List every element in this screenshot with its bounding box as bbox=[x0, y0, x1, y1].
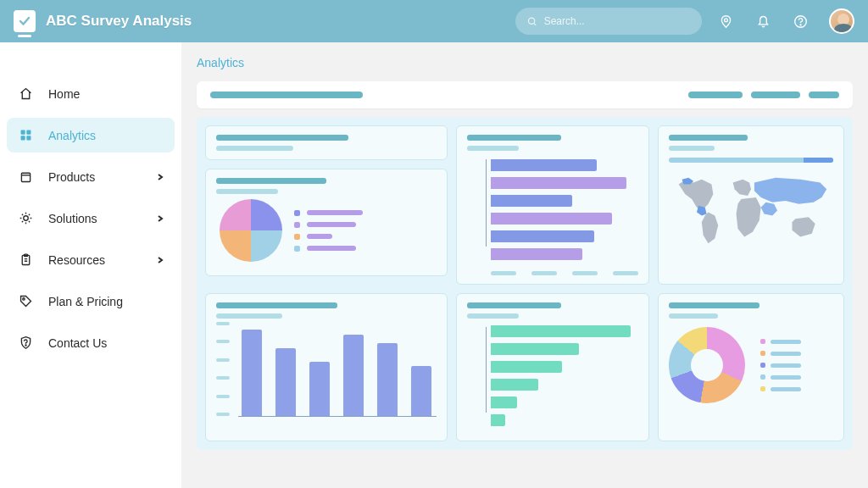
card-title-placeholder bbox=[669, 135, 748, 141]
sidebar-item-resources[interactable]: Resources bbox=[7, 242, 175, 277]
tab-leading-placeholder bbox=[210, 92, 363, 98]
legend-item bbox=[294, 222, 433, 228]
tab-pill[interactable] bbox=[809, 92, 839, 98]
avatar[interactable] bbox=[829, 8, 854, 34]
home-icon bbox=[19, 86, 33, 101]
svg-rect-7 bbox=[26, 136, 31, 140]
card-ghbar bbox=[456, 293, 649, 441]
svg-point-3 bbox=[799, 24, 800, 25]
sidebar-item-analytics[interactable]: Analytics bbox=[7, 118, 175, 152]
hbar-chart bbox=[467, 151, 638, 260]
map-progress-bar bbox=[669, 158, 833, 163]
tag-icon bbox=[19, 294, 33, 308]
card-subtitle-placeholder bbox=[216, 146, 293, 151]
legend-item bbox=[760, 363, 801, 368]
chevron-right-icon bbox=[156, 212, 164, 225]
svg-rect-4 bbox=[21, 130, 25, 135]
search-icon bbox=[527, 16, 537, 27]
svg-point-0 bbox=[528, 18, 534, 24]
grid-icon bbox=[19, 128, 33, 142]
legend-item bbox=[760, 351, 801, 356]
search-box[interactable] bbox=[515, 8, 702, 35]
sidebar-item-home[interactable]: Home bbox=[7, 76, 175, 111]
sidebar-item-plan-pricing[interactable]: Plan & Pricing bbox=[7, 284, 175, 319]
legend-item bbox=[760, 374, 801, 380]
card-donut bbox=[658, 293, 844, 441]
sidebar-item-label: Home bbox=[48, 87, 80, 101]
sidebar: Home Analytics Products Solutions Resour… bbox=[0, 42, 181, 488]
vbar-yaxis-ticks bbox=[216, 322, 230, 416]
app-title: ABC Survey Analysis bbox=[46, 13, 192, 30]
card-title-placeholder bbox=[216, 302, 337, 308]
clipboard-icon bbox=[19, 252, 33, 267]
svg-rect-8 bbox=[21, 173, 30, 181]
legend-item bbox=[294, 246, 433, 252]
card-pie bbox=[205, 169, 448, 276]
sidebar-item-solutions[interactable]: Solutions bbox=[7, 201, 175, 236]
donut-chart bbox=[669, 327, 745, 403]
card-title-placeholder bbox=[216, 178, 326, 184]
pie-chart bbox=[220, 199, 282, 262]
svg-rect-6 bbox=[21, 136, 25, 140]
card-stack bbox=[205, 125, 448, 285]
card-summary bbox=[205, 125, 448, 160]
sidebar-item-label: Products bbox=[48, 170, 95, 184]
box-icon bbox=[19, 169, 33, 184]
card-title-placeholder bbox=[467, 302, 561, 308]
sidebar-item-label: Resources bbox=[48, 253, 105, 267]
svg-rect-5 bbox=[26, 130, 31, 135]
card-hbar bbox=[456, 125, 649, 285]
app-logo-icon bbox=[14, 10, 36, 32]
search-input[interactable] bbox=[544, 15, 690, 27]
donut-legend bbox=[760, 339, 801, 391]
tab-pill[interactable] bbox=[688, 92, 743, 98]
sidebar-item-contact[interactable]: Contact Us bbox=[7, 325, 175, 360]
legend-item bbox=[760, 339, 801, 344]
pie-legend bbox=[294, 210, 433, 252]
dashboard-grid bbox=[197, 117, 853, 450]
card-map bbox=[658, 125, 844, 285]
hbar-xaxis-ticks bbox=[467, 266, 638, 275]
sidebar-item-label: Plan & Pricing bbox=[48, 295, 123, 308]
svg-point-12 bbox=[23, 298, 25, 300]
svg-point-9 bbox=[24, 216, 28, 220]
card-subtitle-placeholder bbox=[669, 146, 715, 151]
page-title: Analytics bbox=[197, 56, 853, 69]
card-title-placeholder bbox=[669, 302, 760, 308]
sidebar-item-products[interactable]: Products bbox=[7, 159, 175, 194]
svg-point-13 bbox=[25, 345, 26, 346]
app-header: ABC Survey Analysis bbox=[0, 0, 868, 42]
ghbar-chart bbox=[467, 319, 638, 426]
shield-icon bbox=[19, 336, 33, 350]
sidebar-item-label: Analytics bbox=[48, 129, 96, 142]
main-content: Analytics bbox=[181, 42, 868, 488]
chevron-right-icon bbox=[156, 253, 164, 267]
vbar-chart bbox=[216, 319, 437, 416]
location-icon[interactable] bbox=[712, 8, 739, 35]
sidebar-item-label: Solutions bbox=[48, 212, 97, 225]
card-vbar bbox=[205, 293, 448, 441]
bell-icon[interactable] bbox=[749, 8, 776, 35]
tab-bar bbox=[197, 81, 853, 108]
card-title-placeholder bbox=[467, 135, 561, 141]
help-icon[interactable] bbox=[787, 8, 814, 35]
svg-point-1 bbox=[724, 18, 727, 21]
chevron-right-icon bbox=[156, 170, 164, 184]
legend-item bbox=[294, 210, 433, 216]
sidebar-item-label: Contact Us bbox=[48, 336, 107, 350]
card-title-placeholder bbox=[216, 135, 348, 141]
world-map bbox=[669, 168, 833, 257]
legend-item bbox=[760, 386, 801, 391]
sun-icon bbox=[19, 211, 33, 225]
tab-pill[interactable] bbox=[751, 92, 800, 98]
legend-item bbox=[294, 234, 433, 240]
